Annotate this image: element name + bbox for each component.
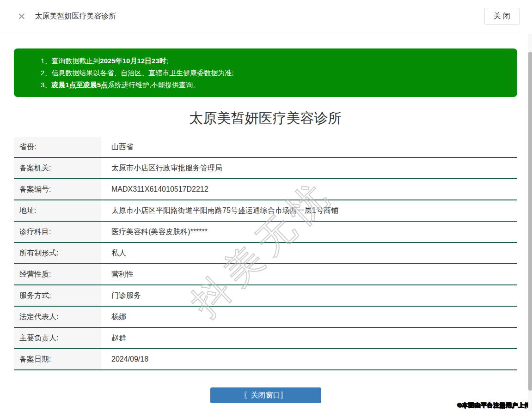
top-bar: ✕ 太原美皙妍医疗美容诊所 关 闭 xyxy=(0,0,532,33)
close-button[interactable]: 关 闭 xyxy=(484,8,520,25)
row-value: 营利性 xyxy=(101,264,517,284)
row-label: 主要负责人: xyxy=(14,328,101,348)
row-value: 2024/09/18 xyxy=(101,349,517,369)
row-label: 经营性质: xyxy=(14,264,101,284)
row-label: 省份: xyxy=(14,137,101,157)
table-row: 地址:太原市小店区平阳路街道平阳南路75号盛运通综合市场西一层1号商铺 xyxy=(14,200,517,222)
row-value: 杨娜 xyxy=(101,307,517,327)
notice-list: 1、查询数据截止到2025年10月12日23时;2、信息数据结果以各省、自治区、… xyxy=(41,55,508,91)
row-value: 门诊服务 xyxy=(101,285,517,306)
table-row: 诊疗科目:医疗美容科(美容皮肤科)****** xyxy=(14,222,517,243)
info-table: 省份:山西省备案机关:太原市小店区行政审批服务管理局备案编号:MADX311X6… xyxy=(14,137,517,370)
table-row: 经营性质:营利性 xyxy=(14,264,517,285)
row-label: 备案机关: xyxy=(14,158,101,178)
corner-watermark: ©本图由平台注册用户上传 xyxy=(457,401,531,410)
close-x-icon[interactable]: ✕ xyxy=(18,12,26,21)
row-value: 山西省 xyxy=(101,137,517,157)
button-row: 〖关闭窗口〗 xyxy=(14,387,517,403)
scrollbar-track[interactable] xyxy=(528,34,532,411)
table-row: 备案日期:2024/09/18 xyxy=(14,349,517,370)
close-window-button[interactable]: 〖关闭窗口〗 xyxy=(210,387,321,403)
notice-box: 1、查询数据截止到2025年10月12日23时;2、信息数据结果以各省、自治区、… xyxy=(14,48,517,97)
row-value: 太原市小店区平阳路街道平阳南路75号盛运通综合市场西一层1号商铺 xyxy=(101,200,517,221)
table-row: 法定代表人:杨娜 xyxy=(14,307,517,328)
row-label: 备案日期: xyxy=(14,349,101,369)
page-title: 太原美皙妍医疗美容诊所 xyxy=(14,108,517,128)
scrollbar-thumb[interactable] xyxy=(528,52,532,391)
table-row: 所有制形式:私人 xyxy=(14,243,517,264)
notice-line: 1、查询数据截止到2025年10月12日23时; xyxy=(41,55,508,67)
notice-line: 2、信息数据结果以各省、自治区、直辖市卫生健康委数据为准; xyxy=(41,67,508,79)
table-row: 服务方式:门诊服务 xyxy=(14,285,517,307)
row-label: 地址: xyxy=(14,200,101,221)
table-row: 主要负责人:赵群 xyxy=(14,328,517,349)
table-row: 备案编号:MADX311X614010517D2212 xyxy=(14,179,517,200)
row-value: MADX311X614010517D2212 xyxy=(101,179,517,199)
row-label: 法定代表人: xyxy=(14,307,101,327)
row-label: 服务方式: xyxy=(14,285,101,306)
table-row: 备案机关:太原市小店区行政审批服务管理局 xyxy=(14,158,517,179)
row-value: 私人 xyxy=(101,243,517,263)
table-row: 省份:山西省 xyxy=(14,137,517,158)
row-label: 备案编号: xyxy=(14,179,101,199)
notice-line: 3、凌晨1点至凌晨5点系统进行维护,不能提供查询。 xyxy=(41,79,508,91)
row-value: 太原市小店区行政审批服务管理局 xyxy=(101,158,517,178)
window-title: 太原美皙妍医疗美容诊所 xyxy=(35,12,116,21)
row-label: 诊疗科目: xyxy=(14,222,101,242)
content-area: 1、查询数据截止到2025年10月12日23时;2、信息数据结果以各省、自治区、… xyxy=(0,33,528,411)
row-label: 所有制形式: xyxy=(14,243,101,263)
row-value: 医疗美容科(美容皮肤科)****** xyxy=(101,222,517,242)
row-value: 赵群 xyxy=(101,328,517,348)
